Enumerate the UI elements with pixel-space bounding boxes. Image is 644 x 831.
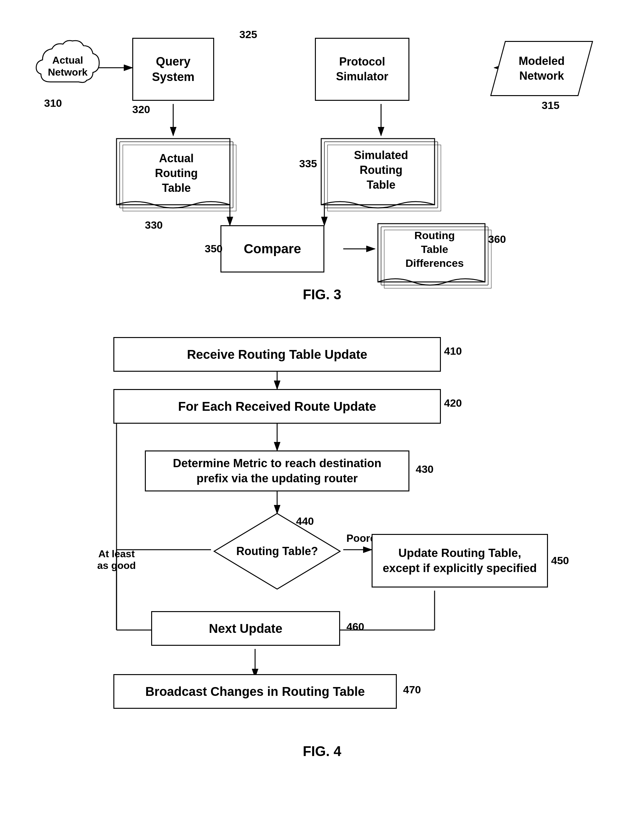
compare-box: Compare [221,225,324,272]
protocol-simulator-num-label: 325 [239,29,257,41]
update-routing-box: Update Routing Table,except if explicitl… [372,534,548,587]
at-least-label: At leastas good [85,548,148,572]
fig4-diagram: Receive Routing Table Update 410 For Eac… [25,328,623,800]
determine-metric-box: Determine Metric to reach destinationpre… [145,451,409,492]
next-update-num: 460 [347,621,364,633]
query-system-num: 320 [132,103,150,116]
modeled-network-num: 315 [542,99,560,111]
simulated-routing-table-doc: SimulatedRoutingTable [318,135,444,217]
fig3-caption: FIG. 3 [25,287,619,302]
main-container: ActualNetwork 310 QuerySystem 320 325 Pr… [0,0,644,778]
actual-routing-table-doc: ActualRoutingTable [113,135,239,217]
actual-network-num: 310 [44,97,62,109]
compare-num: 350 [205,242,223,255]
fig3-diagram: ActualNetwork 310 QuerySystem 320 325 Pr… [25,19,623,280]
routing-diff-num: 360 [488,233,506,245]
protocol-simulator-box: ProtocolSimulator [315,38,409,101]
simulated-routing-num: 335 [299,158,317,170]
query-system-box: QuerySystem [132,38,214,101]
receive-update-num: 410 [444,345,462,357]
next-update-box: Next Update [151,611,340,646]
routing-table-q-num: 440 [296,515,314,527]
actual-routing-num: 330 [145,219,163,231]
for-each-box: For Each Received Route Update [113,389,441,424]
routing-table-diff-doc: RoutingTableDifferences [375,221,495,293]
routing-table-diamond: Routing Table? [211,510,343,592]
modeled-network-shape: ModeledNetwork [490,41,593,96]
broadcast-num: 470 [403,684,421,696]
broadcast-box: Broadcast Changes in Routing Table [113,674,397,709]
actual-network-cloud: ActualNetwork [35,38,101,94]
determine-metric-num: 430 [416,463,434,475]
update-routing-num: 450 [551,554,569,567]
for-each-num: 420 [444,397,462,409]
receive-update-box: Receive Routing Table Update [113,337,441,372]
